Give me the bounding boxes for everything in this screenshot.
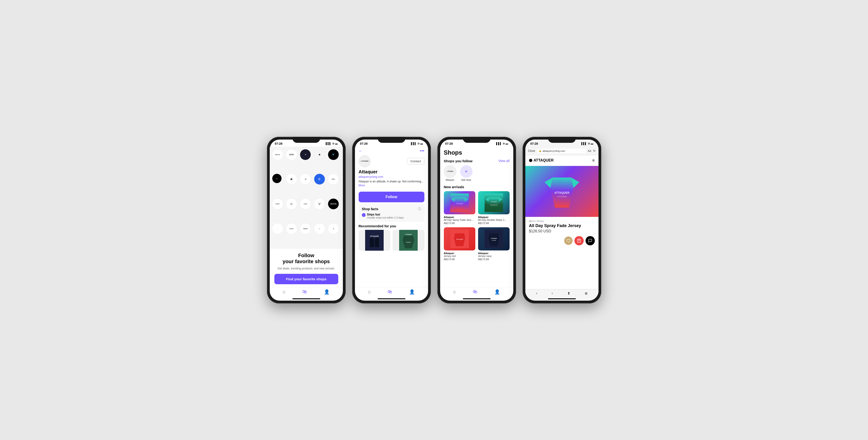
browser-share-button[interactable]: ⬆ [567, 291, 570, 295]
logo-anti-social: ANTI SOCIAL SOCIAL CLUB [328, 198, 339, 210]
recommended-title: Recommended for you [359, 224, 424, 228]
notch-3 [463, 137, 491, 143]
logo-peel: PEEL [328, 174, 339, 185]
shop-facts-info-icon: ⓘ [418, 207, 421, 211]
add-shop[interactable]: + Add shop [460, 165, 472, 181]
phone2-content: ← ••• ● ATTAQUER Contact Attaquer attaqu… [355, 147, 428, 287]
new-arrivals-title: New arrivals [444, 185, 509, 189]
product-price-main: $126.50 USD [529, 229, 595, 233]
logo-alpha: ALPHA [286, 223, 297, 234]
shop-logos-grid: allbirds KITH ● ◆ 🐦 ● ★ ↗ C PEEL STUDIO … [270, 147, 343, 249]
hamburger-menu[interactable]: ≡ [592, 158, 595, 163]
product-category: Men's Jersey [529, 220, 595, 222]
time-1: 07:28 [275, 142, 282, 145]
website-nav: ATTAQUER ≡ [525, 155, 598, 166]
back-button[interactable]: ← [359, 149, 363, 153]
attaquer-brand-logo: ATTAQUER [529, 158, 554, 162]
follow-button[interactable]: Follow [359, 192, 424, 202]
ships-fast-label: Ships fast [367, 213, 404, 216]
phone-1: 07:28 ▌▌▌ ⊙ ▬ allbirds KITH ● ◆ 🐦 ● ★ [267, 137, 346, 304]
ships-fast-info: Ships fast Usually ships out within 1-2 … [367, 213, 404, 219]
notch-1 [292, 137, 320, 143]
chat-fab[interactable] [586, 236, 595, 245]
logo-allbirds: allbirds [272, 149, 283, 160]
product-shop-2: Attaquer [478, 216, 509, 219]
browser-back-button[interactable]: ‹ [536, 291, 537, 295]
browser-refresh-button[interactable]: ↻ [593, 149, 596, 153]
contact-button[interactable]: Contact [407, 158, 424, 164]
product-card-2[interactable]: ATTAQUER Attaquer All Day Double Stripe … [478, 191, 509, 224]
logo-circle-dark: ● [300, 149, 311, 160]
product-name-1: All Day Spray Fade Jers... [444, 219, 475, 221]
shop-tab-1[interactable]: 🛍 [302, 289, 307, 294]
signal-icon-3: ▌▌▌ [496, 142, 501, 145]
wifi-icon-3: ⊙ [503, 142, 505, 145]
home-indicator-2 [378, 298, 405, 299]
logo-misc: LOGO [300, 198, 311, 210]
battery-icon-3: ▬ [506, 142, 508, 145]
find-shops-button[interactable]: Find your favorite shops [274, 274, 338, 284]
ships-fast-subtext: Usually ships out within 1-2 days [367, 216, 404, 219]
more-menu-button[interactable]: ••• [420, 149, 424, 153]
bottom-bar-2: ⌂ 🛍 👤 [355, 287, 428, 297]
product-card-4[interactable]: ATTAQUER CYCLING Attaquer Jersey navy A$… [478, 227, 509, 261]
svg-text:ATTAQUER: ATTAQUER [405, 234, 411, 235]
cart-fab[interactable] [575, 236, 584, 245]
view-all-button[interactable]: View all [498, 159, 509, 163]
svg-text:ATTAQUER: ATTAQUER [370, 235, 379, 237]
cart-icon [577, 239, 581, 243]
signal-icon-2: ▌▌▌ [411, 142, 416, 145]
product-shop-4: Attaquer [478, 252, 509, 255]
shop-tab-2[interactable]: 🛍 [388, 289, 392, 294]
phone-2: 07:28 ▌▌▌ ⊙ ▬ ← ••• ● ATTAQUER [352, 137, 431, 304]
wishlist-fab[interactable] [564, 237, 572, 245]
product-shop-1: Attaquer [444, 216, 475, 219]
more-link[interactable]: More [359, 184, 424, 187]
svg-text:ATTAQUER: ATTAQUER [491, 201, 497, 202]
home-tab-1[interactable]: ⌂ [283, 289, 285, 294]
wishlist-icon [566, 239, 570, 243]
rec-item-1[interactable]: ATTAQUER [359, 230, 390, 251]
follow-subtitle: Get deals, trending products, and new ar… [274, 266, 338, 271]
browser-url-bar[interactable]: 🔒 attaquercycling.com [537, 149, 586, 153]
browser-compass-button[interactable]: ⊕ [585, 291, 588, 295]
svg-rect-0 [365, 230, 384, 251]
time-4: 07:28 [530, 142, 538, 145]
logo-studio: STUDIO [272, 198, 283, 210]
browser-close-button[interactable]: Close [528, 149, 535, 153]
browser-aa-button[interactable]: AA [588, 150, 591, 152]
shop-url[interactable]: attaquercycling.com [359, 175, 424, 179]
svg-rect-3 [375, 238, 379, 247]
phone-4-inner: 07:28 ▌▌▌ ⊙ ▬ Close 🔒 attaquercycling.co… [525, 139, 598, 301]
shop-tab-3[interactable]: 🛍 [473, 289, 477, 294]
profile-tab-3[interactable]: 👤 [494, 289, 500, 295]
product-card-1[interactable]: ATTAQUER Attaquer All Day Spray Fade Jer… [444, 191, 475, 224]
follow-heading: Followyour favorite shops [274, 253, 338, 265]
ships-fast-row: ✓ Ships fast Usually ships out within 1-… [362, 213, 421, 219]
followed-shops-row: ● ATTAQUER Attaquer + Add shop [444, 165, 509, 181]
check-icon: ✓ [362, 213, 366, 217]
home-tab-2[interactable]: ⌂ [368, 289, 371, 294]
shop-facts-header: Shop facts ⓘ [362, 207, 421, 211]
profile-tab-1[interactable]: 👤 [324, 289, 330, 295]
phone4-content: ATTAQUER ≡ [525, 155, 598, 289]
product-card-3[interactable]: ATTAQUER Attaquer Jersey red A$172.68 [444, 227, 475, 261]
battery-icon-4: ▬ [591, 142, 593, 145]
logo-diamond: ◆ [314, 149, 325, 160]
browser-forward-button[interactable]: › [552, 291, 553, 295]
product-hero: ATTAQUER CYCLING [525, 166, 598, 217]
chat-icon [588, 239, 592, 243]
product-name-3: Jersey red [444, 255, 475, 257]
logo-star: ★ [286, 174, 297, 185]
home-tab-3[interactable]: ⌂ [453, 289, 456, 294]
logo-bird: 🐦 [328, 149, 339, 160]
add-shop-circle[interactable]: + [460, 165, 472, 178]
home-indicator-1 [292, 298, 320, 299]
home-indicator-4 [548, 298, 576, 299]
svg-text:CYCLING: CYCLING [492, 240, 496, 241]
profile-tab-2[interactable]: 👤 [409, 289, 415, 295]
rec-item-2[interactable]: ATTAQUER ATTAQUER [393, 230, 424, 251]
followed-shop-attaquer[interactable]: ● ATTAQUER Attaquer [444, 165, 456, 181]
products-grid: ATTAQUER Attaquer All Day Spray Fade Jer… [444, 191, 509, 261]
product-name-2: All Day Double Stripe J... [478, 219, 509, 221]
